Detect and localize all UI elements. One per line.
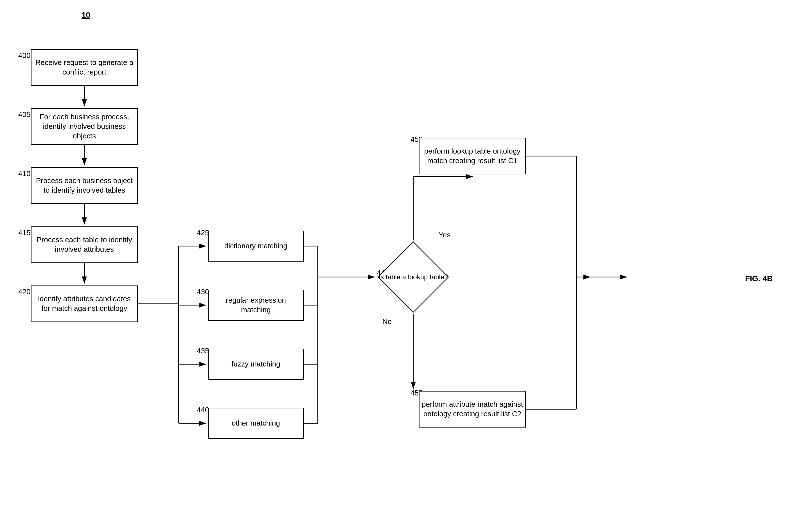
fig-label: FIG. 4B — [745, 274, 773, 283]
box-410: Process each business object to identify… — [31, 167, 138, 204]
box-455: perform attribute match against ontology… — [419, 391, 526, 428]
box-425: dictionary matching — [208, 231, 304, 262]
box-400: Receive request to generate a conflict r… — [31, 49, 138, 86]
label-400: 400 — [18, 51, 30, 60]
no-label: No — [382, 317, 392, 326]
box-440: other matching — [208, 408, 304, 439]
box-430: regular expression matching — [208, 290, 304, 321]
box-450: perform lookup table ontology match crea… — [419, 138, 526, 174]
diamond-445: Is table a lookup table? — [377, 241, 450, 314]
label-435: 435 — [197, 346, 209, 355]
label-440: 440 — [197, 406, 209, 414]
label-415: 415 — [18, 228, 30, 237]
diamond-text: Is table a lookup table? — [379, 272, 448, 282]
label-425: 425 — [197, 228, 209, 237]
label-420: 420 — [18, 287, 30, 296]
figure-title: 10 — [82, 11, 90, 20]
label-410: 410 — [18, 169, 30, 178]
box-415: Process each table to identify involved … — [31, 227, 138, 263]
box-420: identify attributes candidates for match… — [31, 285, 138, 322]
label-405: 405 — [18, 110, 30, 119]
box-435: fuzzy matching — [208, 349, 304, 380]
yes-label: Yes — [439, 231, 450, 239]
box-405: For each business process, identify invo… — [31, 108, 138, 145]
label-430: 430 — [197, 287, 209, 296]
